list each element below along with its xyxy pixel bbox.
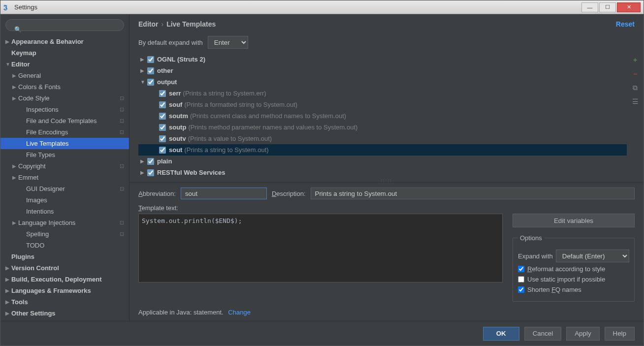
group-checkbox[interactable] (147, 79, 154, 86)
expandwith-label: Expand with (518, 252, 553, 260)
template-checkbox[interactable] (159, 135, 166, 142)
static-import-checkbox[interactable] (518, 276, 524, 283)
search-wrap: 🔍 (5, 19, 124, 31)
sidebar-item-copyright[interactable]: ▶Copyright⊡ (0, 160, 129, 172)
template-soutv[interactable]: soutv (Prints a value to System.out) (138, 133, 627, 144)
group-label: other (157, 67, 173, 74)
sidebar-item-general[interactable]: ▶General (0, 70, 129, 81)
sidebar-item-label: File Encodings (26, 128, 68, 136)
list-icon[interactable]: ☰ (631, 97, 640, 106)
template-toolbar: ＋ − ⧉ ☰ (627, 54, 644, 178)
apply-button[interactable]: Apply (566, 327, 599, 341)
sidebar-item-file-and-code-templates[interactable]: File and Code Templates⊡ (0, 115, 129, 126)
right-column: Edit variables Options Expand with Defau… (513, 214, 635, 302)
sidebar-item-intentions[interactable]: Intentions (0, 206, 129, 217)
sidebar-item-gui-designer[interactable]: GUI Designer⊡ (0, 183, 129, 194)
code-wrap: System.out.println($END$); (138, 214, 503, 302)
template-group-plain[interactable]: ▶plain (138, 156, 627, 167)
chevron-icon: ▶ (12, 95, 18, 101)
template-tree[interactable]: ▶OGNL (Struts 2)▶other▼outputserr (Print… (138, 54, 627, 178)
sidebar-item-plugins[interactable]: Plugins (0, 251, 129, 262)
settings-tree[interactable]: ▶Appearance & BehaviorKeymap▼Editor▶Gene… (0, 34, 129, 321)
template-checkbox[interactable] (159, 147, 166, 154)
sidebar-item-label: Spelling (26, 230, 49, 238)
scope-icon: ⊡ (120, 231, 124, 237)
reset-link[interactable]: Reset (616, 20, 635, 28)
sidebar-item-build-execution-deployment[interactable]: ▶Build, Execution, Deployment (0, 274, 129, 285)
template-souf[interactable]: souf (Prints a formatted string to Syste… (138, 99, 627, 110)
sidebar-item-tools[interactable]: ▶Tools (0, 296, 129, 308)
chevron-icon: ▶ (5, 265, 11, 271)
template-name: soutv (169, 135, 186, 142)
sidebar-item-languages-frameworks[interactable]: ▶Languages & Frameworks (0, 285, 129, 296)
sidebar-item-images[interactable]: Images (0, 194, 129, 206)
sidebar-item-live-templates[interactable]: Live Templates (0, 138, 129, 149)
maximize-button[interactable]: ☐ (599, 2, 616, 12)
sidebar-item-other-settings[interactable]: ▶Other Settings (0, 308, 129, 319)
sidebar-item-inspections[interactable]: Inspections⊡ (0, 104, 129, 115)
sidebar-item-code-style[interactable]: ▶Code Style⊡ (0, 93, 129, 104)
minimize-button[interactable]: — (581, 2, 598, 12)
template-checkbox[interactable] (159, 90, 166, 97)
remove-icon[interactable]: − (631, 69, 640, 78)
template-desc: (Prints a string to System.out) (184, 146, 268, 154)
template-checkbox[interactable] (159, 113, 166, 120)
template-checkbox[interactable] (159, 124, 166, 131)
ok-button[interactable]: OK (483, 327, 519, 341)
sidebar-item-version-control[interactable]: ▶Version Control (0, 262, 129, 274)
group-checkbox[interactable] (147, 67, 154, 74)
template-serr[interactable]: serr (Prints a string to System.err) (138, 88, 627, 99)
help-button[interactable]: Help (605, 327, 635, 341)
change-link[interactable]: Change (228, 309, 251, 316)
template-text-area[interactable]: System.out.println($END$); (138, 214, 503, 283)
group-checkbox[interactable] (147, 169, 154, 176)
template-name: sout (169, 146, 182, 154)
template-group-restful-web-services[interactable]: ▶RESTful Web Services (138, 167, 627, 178)
template-group-ognl-struts-2-[interactable]: ▶OGNL (Struts 2) (138, 54, 627, 65)
chevron-icon: ▶ (12, 175, 18, 180)
sidebar-item-editor[interactable]: ▼Editor (0, 59, 129, 70)
footer: OK Cancel Apply Help (0, 321, 644, 346)
add-icon[interactable]: ＋ (631, 56, 640, 64)
template-checkbox[interactable] (159, 101, 166, 108)
sidebar-item-label: Inspections (26, 106, 59, 113)
opt-reformat[interactable]: Reformat according to style (518, 265, 629, 273)
template-soutp[interactable]: soutp (Prints method parameter names and… (138, 122, 627, 133)
group-checkbox[interactable] (147, 158, 154, 165)
template-group-output[interactable]: ▼output (138, 76, 627, 88)
search-input[interactable] (5, 19, 124, 31)
group-checkbox[interactable] (147, 56, 154, 63)
opt-static-import[interactable]: Use static import if possible (518, 276, 629, 283)
sidebar-item-label: Live Templates (26, 140, 68, 147)
template-sout[interactable]: sout (Prints a string to System.out) (138, 144, 627, 156)
description-input[interactable] (311, 188, 635, 199)
sidebar-item-language-injections[interactable]: ▶Language Injections⊡ (0, 217, 129, 228)
sidebar-item-todo[interactable]: TODO (0, 240, 129, 251)
copy-icon[interactable]: ⧉ (631, 83, 640, 92)
template-group-other[interactable]: ▶other (138, 65, 627, 76)
template-desc: (Prints a value to System.out) (188, 135, 272, 142)
group-label: plain (157, 157, 172, 165)
sidebar-item-file-types[interactable]: File Types (0, 149, 129, 160)
breadcrumb-a: Editor (138, 20, 158, 28)
resize-grip[interactable]: ::::: (129, 178, 644, 182)
sidebar-item-emmet[interactable]: ▶Emmet (0, 172, 129, 183)
template-soutm[interactable]: soutm (Prints current class and method n… (138, 110, 627, 122)
sidebar-item-label: File Types (26, 151, 55, 158)
sidebar-item-keymap[interactable]: Keymap (0, 47, 129, 59)
edit-variables-button[interactable]: Edit variables (513, 214, 635, 227)
sidebar-item-appearance-behavior[interactable]: ▶Appearance & Behavior (0, 36, 129, 47)
sidebar-item-label: Plugins (11, 253, 34, 260)
expandwith-combo[interactable]: Default (Enter) (556, 250, 629, 262)
cancel-button[interactable]: Cancel (524, 327, 562, 341)
abbreviation-input[interactable] (181, 188, 267, 199)
chevron-icon: ▼ (140, 79, 147, 85)
default-expand-combo[interactable]: Enter (208, 36, 248, 49)
sidebar-item-file-encodings[interactable]: File Encodings⊡ (0, 126, 129, 138)
sidebar-item-colors-fonts[interactable]: ▶Colors & Fonts (0, 81, 129, 93)
reformat-checkbox[interactable] (518, 266, 524, 272)
shorten-fq-checkbox[interactable] (518, 286, 524, 293)
opt-shorten-fq[interactable]: Shorten FQ names (518, 286, 629, 293)
sidebar-item-spelling[interactable]: Spelling⊡ (0, 228, 129, 240)
close-button[interactable]: ✕ (617, 2, 641, 12)
